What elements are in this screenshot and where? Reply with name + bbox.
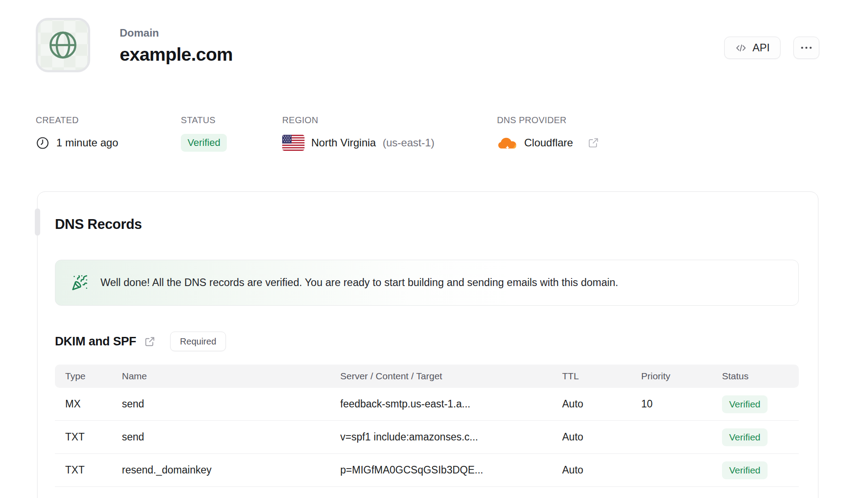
table-row: TXT resend._domainkey p=MIGfMA0GCSqGSIb3… bbox=[55, 454, 799, 487]
meta-created: CREATED 1 minute ago bbox=[36, 115, 181, 151]
status-badge: Verified bbox=[722, 428, 768, 446]
region-code: (us-east-1) bbox=[383, 137, 434, 149]
api-button[interactable]: API bbox=[724, 37, 780, 59]
clock-icon bbox=[36, 136, 50, 150]
domain-page: Domain example.com API CREATED bbox=[36, 0, 819, 498]
cell-type: TXT bbox=[65, 431, 122, 443]
dns-provider-value: Cloudflare bbox=[524, 137, 573, 149]
header-actions: API bbox=[724, 37, 819, 59]
cell-type: MX bbox=[65, 398, 122, 410]
cell-value: p=MIGfMA0GCSqGSIb3DQE... bbox=[340, 464, 562, 476]
cloudflare-icon bbox=[497, 136, 517, 150]
party-popper-icon bbox=[71, 274, 88, 291]
section-title: DKIM and SPF bbox=[55, 335, 136, 349]
title-block: Domain example.com bbox=[120, 18, 233, 65]
created-value: 1 minute ago bbox=[56, 137, 118, 149]
us-flag-icon bbox=[282, 135, 305, 151]
cell-ttl: Auto bbox=[562, 398, 641, 410]
card-accent-pill bbox=[35, 208, 40, 236]
status-label: STATUS bbox=[181, 115, 282, 125]
api-button-label: API bbox=[752, 42, 770, 54]
cell-value: feedback-smtp.us-east-1.a... bbox=[340, 398, 562, 410]
status-badge: Verified bbox=[181, 134, 227, 152]
table-row: MX send feedback-smtp.us-east-1.a... Aut… bbox=[55, 388, 799, 421]
page-title: example.com bbox=[120, 44, 233, 65]
code-icon bbox=[735, 42, 747, 54]
col-name: Name bbox=[122, 371, 340, 382]
col-priority: Priority bbox=[641, 371, 722, 382]
col-ttl: TTL bbox=[562, 371, 641, 382]
card-title: DNS Records bbox=[55, 216, 799, 232]
status-badge: Verified bbox=[722, 461, 768, 479]
required-badge: Required bbox=[170, 332, 226, 351]
cell-value: v=spf1 include:amazonses.c... bbox=[340, 431, 562, 443]
banner-message: Well done! All the DNS records are verif… bbox=[100, 277, 618, 289]
cell-name: resend._domainkey bbox=[122, 464, 340, 476]
cell-priority: 10 bbox=[641, 398, 722, 410]
table-header: Type Name Server / Content / Target TTL … bbox=[55, 365, 799, 388]
dkim-spf-external-link[interactable] bbox=[144, 336, 156, 348]
page-eyebrow: Domain bbox=[120, 27, 233, 39]
cell-ttl: Auto bbox=[562, 464, 641, 476]
dns-records-table: Type Name Server / Content / Target TTL … bbox=[55, 365, 799, 487]
dns-provider-label: DNS PROVIDER bbox=[497, 115, 600, 125]
dkim-spf-section: DKIM and SPF Required bbox=[55, 332, 799, 351]
meta-region: REGION bbox=[282, 115, 497, 151]
cell-ttl: Auto bbox=[562, 431, 641, 443]
external-link-icon bbox=[144, 336, 156, 348]
more-button[interactable] bbox=[793, 37, 819, 59]
col-status: Status bbox=[722, 371, 799, 382]
status-badge: Verified bbox=[722, 395, 768, 413]
domain-meta: CREATED 1 minute ago STATUS Verified REG… bbox=[36, 115, 819, 151]
meta-dns-provider: DNS PROVIDER Cloudflare bbox=[497, 115, 600, 151]
region-name: North Virginia bbox=[311, 137, 376, 149]
dns-records-card: DNS Records Well done! All the DNS recor… bbox=[37, 191, 818, 498]
dns-provider-external-link[interactable] bbox=[587, 137, 600, 149]
col-type: Type bbox=[65, 371, 122, 382]
page-header: Domain example.com API bbox=[36, 0, 819, 72]
created-label: CREATED bbox=[36, 115, 181, 125]
domain-avatar bbox=[36, 18, 90, 72]
success-banner: Well done! All the DNS records are verif… bbox=[55, 260, 799, 306]
region-label: REGION bbox=[282, 115, 497, 125]
external-link-icon bbox=[587, 137, 600, 149]
table-row: TXT send v=spf1 include:amazonses.c... A… bbox=[55, 421, 799, 454]
ellipsis-icon bbox=[801, 46, 812, 50]
meta-status: STATUS Verified bbox=[181, 115, 282, 151]
cell-name: send bbox=[122, 398, 340, 410]
cell-type: TXT bbox=[65, 464, 122, 476]
globe-icon bbox=[48, 30, 78, 60]
cell-name: send bbox=[122, 431, 340, 443]
col-value: Server / Content / Target bbox=[340, 371, 562, 382]
